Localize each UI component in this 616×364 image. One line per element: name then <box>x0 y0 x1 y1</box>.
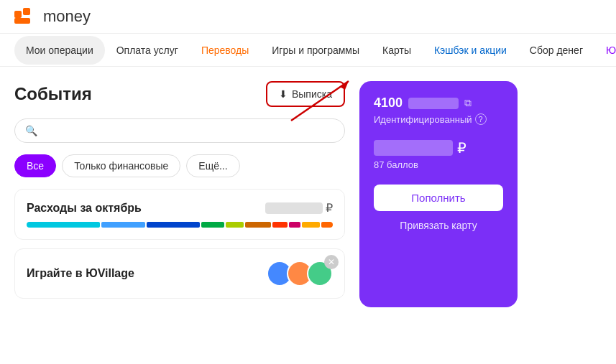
nav-item-my-operations[interactable]: Мои операции <box>14 36 105 65</box>
nav-item-transfers[interactable]: Переводы <box>190 36 260 65</box>
spending-card-header: Расходы за октябрь ₽ <box>27 201 333 215</box>
left-panel: События ⬇ Выписка 🔍 Все Только финансовы… <box>14 81 345 307</box>
bar-segment <box>201 222 225 228</box>
page-title: События <box>14 84 92 104</box>
bar-segment <box>147 222 199 228</box>
filter-more[interactable]: Ещё... <box>186 154 239 177</box>
link-card-button[interactable]: Привязать карту <box>374 220 503 231</box>
game-card-title: Играйте в ЮVillage <box>27 267 134 280</box>
search-input[interactable] <box>43 125 334 136</box>
bar-segment <box>226 222 243 228</box>
svg-rect-2 <box>14 18 30 24</box>
close-button[interactable]: ✕ <box>324 255 339 269</box>
download-icon: ⬇ <box>279 88 288 100</box>
ruble-icon: ₽ <box>457 139 466 157</box>
account-number-row: 4100 ⧉ <box>374 95 503 111</box>
bar-segment <box>321 222 333 228</box>
bar-segment <box>101 222 145 228</box>
bar-segment <box>272 222 287 228</box>
points-label: 87 баллов <box>374 159 503 170</box>
bar-segment <box>289 222 300 228</box>
bar-segment <box>302 222 319 228</box>
topup-button[interactable]: Пополнить <box>374 185 503 211</box>
avatars <box>267 261 333 286</box>
svg-rect-1 <box>23 8 30 15</box>
account-number: 4100 <box>374 95 403 111</box>
help-icon[interactable]: ? <box>475 113 487 125</box>
balance-row: ₽ <box>374 139 503 157</box>
spending-card: Расходы за октябрь ₽ <box>14 189 345 240</box>
nav-item-yuvillage[interactable]: ЮVillage <box>594 36 616 65</box>
account-masked <box>408 98 459 109</box>
nav-item-games[interactable]: Игры и программы <box>260 36 371 65</box>
account-type-row: Идентифицированный ? <box>374 113 503 125</box>
game-card: Играйте в ЮVillage ✕ <box>14 248 345 299</box>
header: money <box>0 0 616 34</box>
svg-rect-0 <box>14 11 22 18</box>
nav-item-payment[interactable]: Оплата услуг <box>105 36 190 65</box>
main-nav: Мои операции Оплата услуг Переводы Игры … <box>0 34 616 67</box>
spending-card-title: Расходы за октябрь <box>27 202 142 215</box>
amount-placeholder <box>265 202 323 214</box>
copy-icon[interactable]: ⧉ <box>464 97 472 109</box>
balance-masked <box>374 140 453 156</box>
logo-icon <box>14 8 37 25</box>
filter-row: Все Только финансовые Ещё... <box>14 154 345 177</box>
account-type-label: Идентифицированный <box>374 114 472 125</box>
logo-text: money <box>43 7 91 26</box>
filter-all[interactable]: Все <box>14 154 56 177</box>
search-icon: 🔍 <box>25 125 37 136</box>
main-content: События ⬇ Выписка 🔍 Все Только финансовы… <box>0 67 616 322</box>
spending-amount: ₽ <box>265 201 333 215</box>
ruble-sign: ₽ <box>326 201 333 215</box>
bar-segment <box>27 222 100 228</box>
bar-segment <box>245 222 272 228</box>
search-box[interactable]: 🔍 <box>14 118 345 143</box>
logo[interactable]: money <box>14 7 91 26</box>
spending-bar <box>27 222 333 228</box>
statement-button[interactable]: ⬇ Выписка <box>266 81 345 107</box>
nav-item-cashback[interactable]: Кэшбэк и акции <box>423 36 518 65</box>
account-panel: 4100 ⧉ Идентифицированный ? ₽ 87 баллов … <box>359 81 518 307</box>
nav-item-collect[interactable]: Сбор денег <box>518 36 594 65</box>
nav-item-cards[interactable]: Карты <box>371 36 423 65</box>
filter-financial[interactable]: Только финансовые <box>62 154 180 177</box>
section-header: События ⬇ Выписка <box>14 81 345 107</box>
